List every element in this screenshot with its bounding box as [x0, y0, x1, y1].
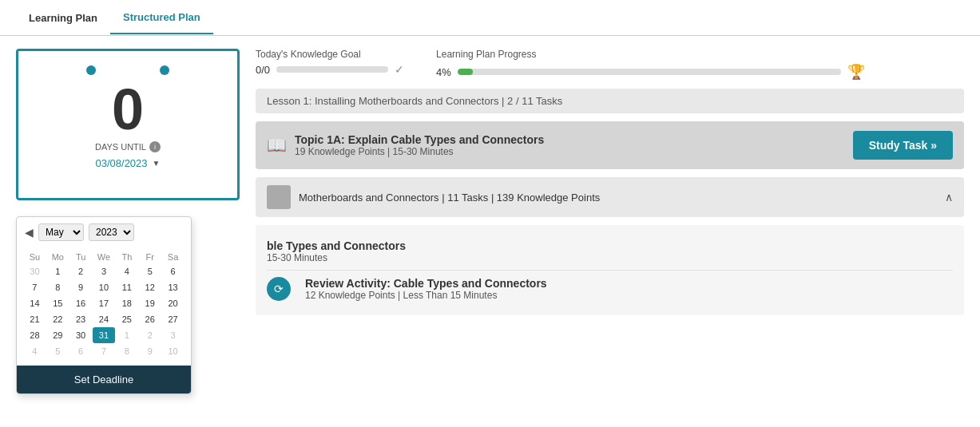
- calendar-day[interactable]: 3: [93, 263, 116, 279]
- calendar-days: 3012345678910111213141516171819202122232…: [23, 263, 184, 359]
- task-info: 📖 Topic 1A: Explain Cable Types and Conn…: [267, 133, 544, 157]
- deadline-label: DAYS UNTIL i: [95, 141, 161, 152]
- lesson-header-text: Lesson 1: Installing Motherboards and Co…: [267, 95, 562, 107]
- content-item-1: ble Types and Connectors 15-30 Minutes: [267, 233, 953, 271]
- calendar-day[interactable]: 31: [93, 327, 116, 343]
- content-item-2-meta: 12 Knowledge Points | Less Than 15 Minut…: [305, 290, 547, 301]
- calendar-day[interactable]: 4: [23, 343, 46, 359]
- today-goal-progress: 0/0 ✓: [256, 63, 404, 76]
- calendar-day[interactable]: 11: [115, 279, 138, 295]
- section-title: Motherboards and Connectors | 11 Tasks |…: [299, 192, 600, 204]
- calendar-prev-button[interactable]: ◀: [25, 226, 34, 239]
- today-goal-label: Today's Knowledge Goal: [256, 49, 404, 60]
- content-item-2-title: Review Activity: Cable Types and Connect…: [305, 277, 547, 290]
- calendar-day[interactable]: 5: [138, 263, 161, 279]
- study-task-row: 📖 Topic 1A: Explain Cable Types and Conn…: [256, 121, 964, 169]
- check-icon: ✓: [395, 63, 404, 76]
- info-icon[interactable]: i: [149, 141, 161, 152]
- calendar-day[interactable]: 19: [138, 295, 161, 311]
- calendar-day[interactable]: 27: [161, 311, 184, 327]
- section-row-left: Motherboards and Connectors | 11 Tasks |…: [267, 185, 600, 209]
- calendar-day[interactable]: 1: [46, 263, 69, 279]
- calendar-day[interactable]: 26: [138, 311, 161, 327]
- calendar-day[interactable]: 16: [69, 295, 93, 311]
- content-area: ble Types and Connectors 15-30 Minutes ⟳…: [256, 225, 964, 315]
- content-item-2-details: Review Activity: Cable Types and Connect…: [305, 277, 547, 301]
- calendar-day[interactable]: 15: [46, 295, 69, 311]
- deadline-date[interactable]: 03/08/2023: [96, 157, 148, 169]
- calendar-day[interactable]: 9: [69, 279, 93, 295]
- book-icon: 📖: [267, 136, 287, 155]
- set-deadline-button[interactable]: Set Deadline: [17, 366, 191, 393]
- today-goal-section: Today's Knowledge Goal 0/0 ✓: [256, 49, 404, 76]
- weekday-we: We: [93, 252, 116, 262]
- lp-progress-bar-fill: [458, 69, 473, 75]
- task-details: Topic 1A: Explain Cable Types and Connec…: [295, 133, 544, 157]
- weekday-su: Su: [23, 252, 46, 262]
- tab-learning-plan[interactable]: Learning Plan: [16, 2, 110, 34]
- calendar-day[interactable]: 14: [23, 295, 46, 311]
- days-until-text: DAYS UNTIL: [95, 142, 146, 152]
- calendar-day[interactable]: 1: [115, 327, 138, 343]
- calendar-day[interactable]: 10: [93, 279, 116, 295]
- tab-structured-plan[interactable]: Structured Plan: [110, 2, 213, 34]
- calendar-day[interactable]: 5: [46, 343, 69, 359]
- deadline-dropdown-arrow[interactable]: ▼: [153, 159, 161, 168]
- task-meta: 19 Knowledge Points | 15-30 Minutes: [295, 146, 544, 157]
- calendar-month-select[interactable]: May June: [38, 223, 84, 241]
- task-title: Topic 1A: Explain Cable Types and Connec…: [295, 133, 544, 146]
- calendar-day[interactable]: 9: [138, 343, 161, 359]
- calendar-year-select[interactable]: 2023: [89, 223, 134, 241]
- deadline-date-row: 03/08/2023 ▼: [96, 157, 161, 169]
- calendar-day[interactable]: 23: [69, 311, 93, 327]
- calendar-day[interactable]: 12: [138, 279, 161, 295]
- calendar-day[interactable]: 29: [46, 327, 69, 343]
- calendar-day[interactable]: 3: [161, 327, 184, 343]
- calendar-day[interactable]: 28: [23, 327, 46, 343]
- content-item-1-meta: 15-30 Minutes: [267, 252, 953, 263]
- calendar-day[interactable]: 7: [23, 279, 46, 295]
- calendar-day[interactable]: 13: [161, 279, 184, 295]
- calendar-header: ◀ May June 2023: [17, 217, 191, 247]
- weekday-tu: Tu: [69, 252, 93, 262]
- calendar-day[interactable]: 30: [69, 327, 93, 343]
- lp-progress-label: Learning Plan Progress: [436, 49, 964, 60]
- calendar-day[interactable]: 20: [161, 295, 184, 311]
- calendar-day[interactable]: 22: [46, 311, 69, 327]
- section-icon: [267, 185, 291, 209]
- chevron-up-icon[interactable]: ∧: [945, 191, 953, 204]
- content-item-1-title: ble Types and Connectors: [267, 239, 953, 252]
- deadline-days: 0: [112, 81, 144, 138]
- right-panel: Today's Knowledge Goal 0/0 ✓ Learning Pl…: [256, 49, 964, 315]
- calendar-day[interactable]: 8: [46, 279, 69, 295]
- review-icon: ⟳: [267, 277, 291, 301]
- lp-percent-text: 4%: [436, 66, 451, 78]
- today-goal-value: 0/0: [256, 64, 270, 76]
- calendar-day[interactable]: 18: [115, 295, 138, 311]
- lp-progress-bar: [458, 69, 841, 75]
- calendar-day[interactable]: 7: [93, 343, 116, 359]
- calendar-day[interactable]: 24: [93, 311, 116, 327]
- calendar-day[interactable]: 8: [115, 343, 138, 359]
- calendar-weekdays: Su Mo Tu We Th Fr Sa: [23, 251, 184, 263]
- calendar-day[interactable]: 4: [115, 263, 138, 279]
- main-content: 0 DAYS UNTIL i 03/08/2023 ▼ ◀ May June 2…: [0, 36, 980, 328]
- goals-row: Today's Knowledge Goal 0/0 ✓ Learning Pl…: [256, 49, 964, 81]
- calendar-day[interactable]: 10: [161, 343, 184, 359]
- left-panel: 0 DAYS UNTIL i 03/08/2023 ▼ ◀ May June 2…: [16, 49, 240, 315]
- calendar-day[interactable]: 2: [138, 327, 161, 343]
- calendar-day[interactable]: 30: [23, 263, 46, 279]
- calendar-day[interactable]: 21: [23, 311, 46, 327]
- content-item-2: ⟳ Review Activity: Cable Types and Conne…: [267, 271, 953, 307]
- section-row: Motherboards and Connectors | 11 Tasks |…: [256, 177, 964, 217]
- study-task-button[interactable]: Study Task »: [853, 131, 953, 160]
- tab-bar: Learning Plan Structured Plan: [0, 0, 980, 36]
- calendar-grid: Su Mo Tu We Th Fr Sa 3012345678910111213…: [17, 247, 191, 362]
- calendar-day[interactable]: 17: [93, 295, 116, 311]
- calendar-day[interactable]: 2: [69, 263, 93, 279]
- weekday-th: Th: [115, 252, 138, 262]
- trophy-icon: 🏆: [847, 63, 865, 81]
- calendar-day[interactable]: 6: [161, 263, 184, 279]
- calendar-day[interactable]: 6: [69, 343, 93, 359]
- calendar-day[interactable]: 25: [115, 311, 138, 327]
